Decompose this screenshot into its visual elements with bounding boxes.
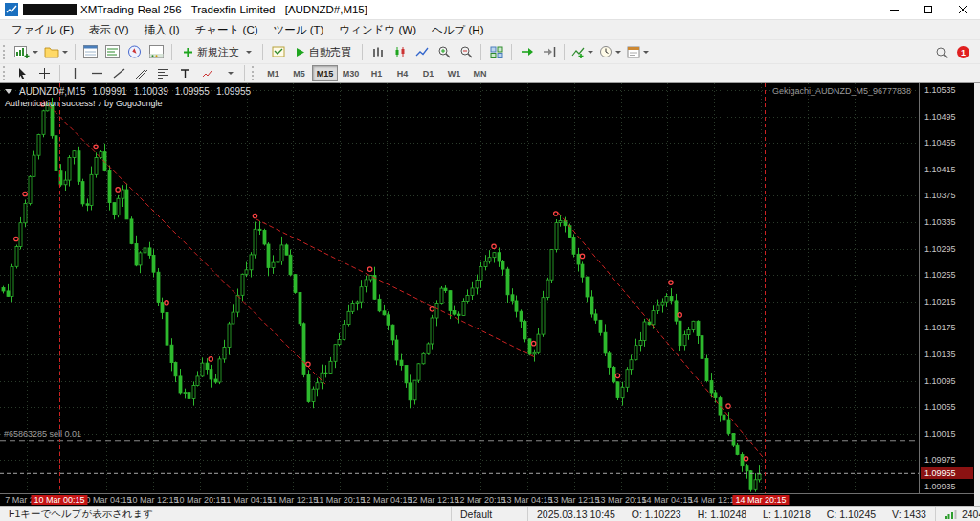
menu-item-1[interactable]: 表示 (V) xyxy=(81,21,137,39)
time-label: 12 Mar 04:15 xyxy=(361,495,412,505)
chart-open: 1.09991 xyxy=(92,86,126,97)
periods-icon xyxy=(599,45,612,58)
new-order-button[interactable]: 新規注文 xyxy=(176,42,258,62)
menu-item-0[interactable]: ファイル (F) xyxy=(4,21,81,39)
candlestick-chart[interactable] xyxy=(0,83,919,493)
indicators-icon xyxy=(571,46,585,58)
fibonacci-tool-button[interactable] xyxy=(152,63,174,83)
menu-item-6[interactable]: ヘルプ (H) xyxy=(424,21,491,39)
toolbar-main: 新規注文 自動売買 xyxy=(0,39,980,63)
channel-icon xyxy=(135,67,147,79)
market-watch-button[interactable] xyxy=(79,42,101,62)
timeframe-m5-button[interactable]: M5 xyxy=(286,65,312,81)
menu-item-4[interactable]: ツール (T) xyxy=(266,21,332,39)
menu-item-5[interactable]: ウィンドウ (W) xyxy=(331,21,424,39)
toolbar-separator xyxy=(75,44,76,60)
vertical-line-tool-button[interactable] xyxy=(64,63,86,83)
chart-high: 1.10039 xyxy=(134,86,168,97)
more-tools-button[interactable] xyxy=(218,63,240,83)
trendline-tool-button[interactable] xyxy=(108,63,130,83)
chart-shift-button[interactable] xyxy=(538,42,560,62)
chart-plot[interactable]: AUDNZD#,M15 1.09991 1.10039 1.09955 1.09… xyxy=(0,83,919,493)
status-connection[interactable]: 240456/65 kb xyxy=(936,507,980,521)
text-tool-button[interactable] xyxy=(174,63,196,83)
templates-button[interactable] xyxy=(624,42,652,62)
timeframe-m1-button[interactable]: M1 xyxy=(260,65,286,81)
arrows-icon xyxy=(201,67,213,79)
time-axis[interactable]: 7 Mar 202510 Mar 00:1510 Mar 04:1510 Mar… xyxy=(0,493,974,507)
trendline-icon xyxy=(113,67,125,79)
data-window-button[interactable] xyxy=(101,42,123,62)
price-scale[interactable]: 1.09955 1.105351.104951.104551.104151.10… xyxy=(919,83,974,493)
navigator-button[interactable] xyxy=(123,42,145,62)
toolbar-grip[interactable] xyxy=(252,66,256,80)
status-value: H: 1.10248 xyxy=(698,509,746,520)
signal-bars-icon xyxy=(945,510,957,519)
expert-list-button[interactable] xyxy=(267,42,289,62)
timeframe-h4-button[interactable]: H4 xyxy=(390,65,415,81)
arrows-tool-button[interactable] xyxy=(196,63,218,83)
new-order-label: 新規注文 xyxy=(197,45,239,59)
status-profile[interactable]: Default xyxy=(452,507,528,521)
restore-button[interactable] xyxy=(911,0,946,20)
candlestick-mode-button[interactable] xyxy=(389,42,411,62)
bar-chart-mode-button[interactable] xyxy=(367,42,389,62)
data-window-icon xyxy=(105,45,120,58)
timeframe-m30-button[interactable]: M30 xyxy=(338,65,364,81)
menu-item-3[interactable]: チャート (C) xyxy=(188,21,266,39)
time-label: 14 Mar 04:15 xyxy=(641,495,692,505)
position-label[interactable]: #65863285 sell 0.01 xyxy=(4,429,81,439)
tile-windows-button[interactable] xyxy=(485,42,507,62)
line-chart-icon xyxy=(415,46,429,58)
timeframe-h1-button[interactable]: H1 xyxy=(364,65,390,81)
search-button[interactable] xyxy=(930,42,952,62)
menu-item-2[interactable]: 挿入 (I) xyxy=(137,21,188,39)
price-label: 1.10455 xyxy=(924,138,956,147)
time-label: 12 Mar 12:15 xyxy=(408,495,458,505)
auto-trading-icon xyxy=(296,47,305,57)
status-value: O: 1.10223 xyxy=(632,509,681,520)
window-frame xyxy=(974,83,980,507)
vertical-line-icon xyxy=(69,67,81,79)
line-chart-mode-button[interactable] xyxy=(411,42,433,62)
zoom-in-button[interactable] xyxy=(433,42,455,62)
horizontal-line-icon xyxy=(91,67,103,79)
timeframe-m15-button[interactable]: M15 xyxy=(312,65,338,81)
timeframe-d1-button[interactable]: D1 xyxy=(415,65,441,81)
periods-button[interactable] xyxy=(596,42,624,62)
new-chart-button[interactable] xyxy=(11,42,41,62)
zoom-out-button[interactable] xyxy=(455,42,477,62)
cursor-icon xyxy=(16,67,29,79)
notifications-button[interactable]: 1 xyxy=(952,42,974,62)
toolbar-separator xyxy=(480,44,481,60)
market-watch-icon xyxy=(83,45,98,58)
auto-trading-button[interactable]: 自動売買 xyxy=(289,42,358,62)
toolbar-separator xyxy=(362,44,363,60)
menu-bar: ファイル (F)表示 (V)挿入 (I)チャート (C)ツール (T)ウィンドウ… xyxy=(0,20,980,39)
text-icon xyxy=(179,67,191,79)
symbol-dropdown-icon[interactable] xyxy=(5,89,12,94)
status-value: V: 1433 xyxy=(892,509,926,520)
timeframe-w1-button[interactable]: W1 xyxy=(441,65,467,81)
close-button[interactable] xyxy=(946,0,980,20)
crosshair-tool-button[interactable] xyxy=(33,63,56,83)
profiles-button[interactable] xyxy=(41,42,71,62)
navigator-icon xyxy=(127,45,142,58)
price-label: 1.10095 xyxy=(924,376,956,386)
timeframe-mn-button[interactable]: MN xyxy=(467,65,493,81)
status-bar-time: 2025.03.13 10:45 xyxy=(537,509,615,520)
timeframe-group: M1M5M15M30H1H4D1W1MN xyxy=(260,65,493,81)
toolbar-right-cluster: 1 xyxy=(930,40,974,64)
redacted-account-text xyxy=(23,4,77,15)
toolbar-grip[interactable] xyxy=(3,66,8,80)
terminal-button[interactable] xyxy=(145,42,167,62)
indicators-button[interactable] xyxy=(568,42,596,62)
toolbar-grip[interactable] xyxy=(3,45,8,59)
toolbar-separator xyxy=(171,44,172,60)
minimize-button[interactable] xyxy=(877,0,911,20)
horizontal-line-tool-button[interactable] xyxy=(86,63,108,83)
title-bar: XMTrading-Real 256 - Tradexfin Limited -… xyxy=(0,0,980,20)
channel-tool-button[interactable] xyxy=(130,63,152,83)
auto-scroll-button[interactable] xyxy=(516,42,538,62)
cursor-tool-button[interactable] xyxy=(11,63,33,83)
